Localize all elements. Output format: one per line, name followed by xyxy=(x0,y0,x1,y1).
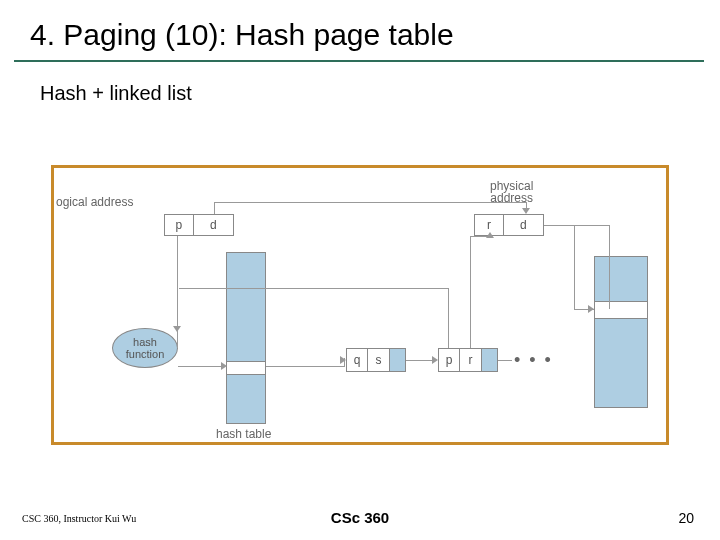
physical-memory-frame xyxy=(595,301,647,319)
wire xyxy=(498,360,512,361)
arrowhead-down-icon xyxy=(522,208,530,214)
footer-page-number: 20 xyxy=(678,510,694,526)
wire xyxy=(179,288,449,289)
diagram: ogical address physical address hash tab… xyxy=(54,168,666,442)
list-node-2: p r xyxy=(438,348,498,372)
arrowhead-up-icon xyxy=(486,232,494,238)
logical-p-cell: p xyxy=(164,214,194,236)
physical-d-cell: d xyxy=(504,214,544,236)
arrowhead-right-icon xyxy=(221,362,227,370)
node2-key: p xyxy=(438,348,460,372)
node2-ptr xyxy=(482,348,498,372)
slide-subtitle: Hash + linked list xyxy=(40,82,192,105)
node1-val: s xyxy=(368,348,390,372)
node1-key: q xyxy=(346,348,368,372)
list-node-1: q s xyxy=(346,348,406,372)
wire xyxy=(448,288,449,348)
hash-function-ellipse: hash function xyxy=(112,328,178,368)
physical-memory xyxy=(594,256,648,408)
diagram-frame: ogical address physical address hash tab… xyxy=(51,165,669,445)
wire xyxy=(544,225,609,226)
label-logical-address: ogical address xyxy=(56,196,133,208)
logical-address-box: p d xyxy=(164,214,234,236)
wire xyxy=(470,236,471,348)
physical-address-box: r d xyxy=(474,214,544,236)
wire xyxy=(178,366,225,367)
ellipsis: • • • xyxy=(514,348,553,372)
wire xyxy=(266,366,344,367)
node2-val: r xyxy=(460,348,482,372)
hash-table xyxy=(226,252,266,424)
arrowhead-right-icon xyxy=(340,356,346,364)
footer-center: CSc 360 xyxy=(0,509,720,526)
slide-title: 4. Paging (10): Hash page table xyxy=(30,18,454,52)
logical-d-cell: d xyxy=(194,214,234,236)
node1-ptr xyxy=(390,348,406,372)
title-rule xyxy=(14,60,704,62)
wire xyxy=(574,225,575,309)
arrowhead-down-icon xyxy=(173,326,181,332)
wire xyxy=(574,309,594,310)
arrowhead-right-icon xyxy=(432,356,438,364)
hash-table-slot xyxy=(227,361,265,375)
slide: { "title": "4. Paging (10): Hash page ta… xyxy=(0,0,720,540)
wire xyxy=(214,202,526,203)
label-physical-address: physical address xyxy=(490,180,533,204)
label-hash-table: hash table xyxy=(216,428,271,440)
wire xyxy=(214,202,215,214)
wire xyxy=(609,225,610,309)
